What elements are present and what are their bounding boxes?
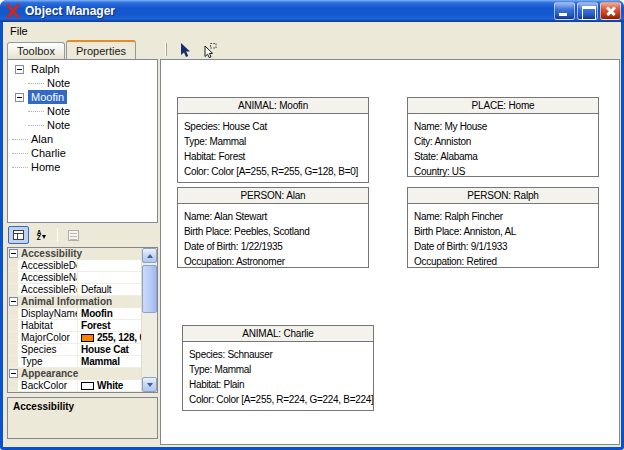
card-title: PLACE: Home	[408, 98, 598, 114]
tree-item-ralph-0[interactable]: Ralph	[8, 62, 157, 76]
scroll-up-button[interactable]	[142, 248, 157, 263]
menu-file[interactable]: File	[3, 23, 35, 39]
category-label: Appearance	[21, 368, 78, 379]
tree-item-alan-5[interactable]: Alan	[8, 132, 157, 146]
tree-item-charlie-6[interactable]: Charlie	[8, 146, 157, 160]
categorized-button[interactable]	[8, 226, 29, 244]
menubar: File	[3, 22, 621, 40]
object-card-person-ralph[interactable]: PERSON: RalphName: Ralph FincherBirth Pl…	[407, 187, 599, 268]
minimize-button[interactable]	[554, 2, 575, 20]
object-card-animal-charlie[interactable]: ANIMAL: CharlieSpecies: SchnauserType: M…	[182, 325, 374, 411]
object-card-person-alan[interactable]: PERSON: AlanName: Alan StewartBirth Plac…	[177, 187, 369, 268]
property-value[interactable]: Mammal	[78, 356, 141, 367]
alphabetical-sort-button[interactable]: A Z	[31, 226, 52, 244]
row-margin	[8, 320, 18, 331]
row-margin	[8, 284, 18, 295]
tree-indent	[8, 83, 28, 84]
tree-connector	[28, 111, 44, 112]
properties-panel: RalphNoteMoofinNoteNoteAlanCharlieHome A…	[7, 59, 158, 445]
property-value[interactable]: 255, 128, 0	[78, 332, 141, 343]
tree-collapse-icon[interactable]	[15, 93, 24, 102]
tab-properties[interactable]: Properties	[66, 40, 136, 59]
tree-item-note-3[interactable]: Note	[8, 104, 157, 118]
card-field: Species: Schnauser	[189, 347, 373, 362]
property-value-text: 255, 128, 0	[97, 332, 141, 343]
maximize-button[interactable]	[577, 2, 598, 20]
property-value[interactable]: House Cat	[78, 344, 141, 355]
property-value[interactable]: White	[78, 380, 141, 391]
property-grid-scrollbar[interactable]	[141, 248, 157, 392]
tab-toolbox[interactable]: Toolbox	[7, 42, 65, 59]
tree-connector	[12, 139, 28, 140]
sort-letter-z: Z	[37, 235, 42, 241]
tree-item-moofin-2[interactable]: Moofin	[8, 90, 157, 104]
color-swatch	[81, 382, 94, 390]
row-margin	[8, 356, 18, 367]
category-collapse-icon[interactable]	[9, 369, 18, 378]
property-category-accessibility[interactable]: Accessibility	[8, 248, 141, 260]
titlebar[interactable]: Object Manager	[0, 0, 624, 22]
row-margin	[8, 344, 18, 355]
property-row-accessiblede[interactable]: AccessibleDe	[8, 260, 141, 272]
card-body: Name: Ralph FincherBirth Place: Anniston…	[408, 204, 598, 269]
tree-item-label: Charlie	[28, 146, 69, 160]
property-pages-button	[63, 226, 84, 244]
card-field: State: Alabama	[414, 149, 598, 164]
property-value[interactable]: Default	[78, 284, 141, 295]
pointer-tool-button[interactable]	[174, 41, 196, 58]
card-field: Name: My House	[414, 119, 598, 134]
object-card-animal-moofin[interactable]: ANIMAL: MoofinSpecies: House CatType: Ma…	[177, 97, 369, 183]
close-button[interactable]	[600, 2, 621, 20]
card-field: Occupation: Retired	[414, 254, 598, 269]
card-field: Country: US	[414, 164, 598, 179]
property-value-text: House Cat	[81, 344, 129, 355]
property-value[interactable]: Moofin	[78, 308, 141, 319]
window-buttons	[554, 2, 621, 20]
object-card-place-home[interactable]: PLACE: HomeName: My HouseCity: AnnistonS…	[407, 97, 599, 177]
tree-item-label: Home	[28, 160, 63, 174]
tree-item-note-1[interactable]: Note	[8, 76, 157, 90]
property-row-habitat[interactable]: HabitatForest	[8, 320, 141, 332]
property-row-accessiblena[interactable]: AccessibleNa	[8, 272, 141, 284]
up-arrow-icon	[147, 254, 153, 258]
card-title: PERSON: Ralph	[408, 188, 598, 204]
property-value[interactable]: Forest	[78, 320, 141, 331]
alphabetical-sort-icon: A Z	[37, 230, 47, 241]
tree-item-note-4[interactable]: Note	[8, 118, 157, 132]
row-margin	[8, 332, 18, 343]
property-row-accessiblero[interactable]: AccessibleRoDefault	[8, 284, 141, 296]
scroll-thumb[interactable]	[142, 265, 157, 313]
property-name: BackColor	[18, 380, 78, 391]
pointer-icon	[177, 42, 193, 58]
scroll-down-button[interactable]	[142, 377, 157, 392]
app-icon	[5, 3, 21, 19]
category-collapse-icon[interactable]	[9, 249, 18, 258]
toolbar-grip	[165, 43, 167, 56]
property-row-displayname[interactable]: DisplayNameMoofin	[8, 308, 141, 320]
card-field: Name: Ralph Fincher	[414, 209, 598, 224]
property-row-type[interactable]: TypeMammal	[8, 356, 141, 368]
category-label: Animal Information	[21, 296, 112, 307]
tabstrip: Toolbox Properties	[7, 40, 137, 59]
tree-connector	[28, 83, 44, 84]
property-row-species[interactable]: SpeciesHouse Cat	[8, 344, 141, 356]
card-field: Date of Birth: 1/22/1935	[184, 239, 368, 254]
card-field: Birth Place: Peebles, Scotland	[184, 224, 368, 239]
property-row-majorcolor[interactable]: MajorColor255, 128, 0	[8, 332, 141, 344]
category-collapse-icon[interactable]	[9, 297, 18, 306]
select-pointer-tool-button[interactable]	[199, 41, 221, 58]
property-name: AccessibleRo	[18, 284, 78, 295]
tree-collapse-icon[interactable]	[15, 65, 24, 74]
design-canvas[interactable]: ANIMAL: MoofinSpecies: House CatType: Ma…	[160, 59, 620, 445]
window-title: Object Manager	[25, 4, 554, 18]
property-name: MajorColor	[18, 332, 78, 343]
tree-item-home-7[interactable]: Home	[8, 160, 157, 174]
property-value-text: Default	[81, 284, 111, 295]
card-field: Habitat: Plain	[189, 377, 373, 392]
property-category-appearance[interactable]: Appearance	[8, 368, 141, 380]
select-pointer-icon	[202, 42, 218, 58]
property-category-animal-information[interactable]: Animal Information	[8, 296, 141, 308]
row-margin	[8, 380, 18, 391]
property-row-backcolor[interactable]: BackColorWhite	[8, 380, 141, 392]
property-value-text: White	[97, 380, 123, 391]
